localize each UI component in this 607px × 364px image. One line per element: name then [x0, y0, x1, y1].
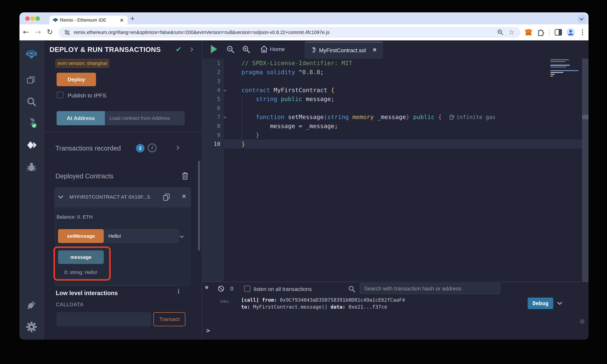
code-line-active[interactable]: 10} [202, 140, 589, 149]
line-number: 3 [202, 78, 224, 84]
extensions-icon[interactable] [537, 28, 544, 36]
panel-scrollbar[interactable] [198, 161, 200, 251]
debug-button[interactable]: Debug [528, 298, 553, 309]
home-tab[interactable]: Home [270, 46, 285, 52]
log-expand-icon[interactable] [557, 300, 562, 305]
maximize-window-button[interactable] [36, 16, 40, 21]
message-output: 0: string: Hello! [64, 270, 97, 275]
editor-scrollbar[interactable] [582, 59, 589, 282]
tab-close-icon[interactable]: × [120, 17, 123, 23]
code-text: contract MyFirstContract { [232, 87, 334, 93]
at-address-input[interactable] [105, 111, 185, 125]
terminal-collapse-icon[interactable] [206, 285, 208, 289]
deployed-contracts-title: Deployed Contracts [55, 172, 113, 180]
bookmark-star-icon[interactable]: ☆ [508, 28, 515, 36]
fold-icon[interactable] [224, 116, 226, 118]
file-tab[interactable]: MyFirstContract.sol × [305, 42, 383, 59]
metamask-icon[interactable] [525, 28, 532, 36]
plugin-manager-icon[interactable] [26, 300, 37, 310]
gas-pump-icon [450, 114, 455, 120]
sidebar-toggle-icon[interactable] [554, 29, 562, 36]
url-bar[interactable]: remix.ethereum.org/#lang=en&optimize=fal… [59, 27, 520, 38]
copy-address-icon[interactable] [162, 193, 171, 201]
calldata-label: CALLDATA [56, 301, 84, 308]
url-text[interactable]: remix.ethereum.org/#lang=en&optimize=fal… [74, 27, 330, 38]
settings-gear-icon[interactable] [26, 322, 37, 332]
browser-menu-icon[interactable] [582, 29, 583, 30]
zoom-in-icon[interactable] [242, 45, 251, 53]
code-line[interactable]: 8 message = _message; [202, 121, 589, 130]
forward-icon[interactable]: → [34, 27, 42, 37]
tab-search-icon[interactable] [578, 15, 586, 23]
profile-avatar[interactable] [567, 28, 575, 37]
file-explorer-icon[interactable] [26, 75, 37, 85]
code-text: function setMessage(string memory _messa… [232, 114, 442, 120]
code-text: } [232, 131, 259, 138]
gas-annotation-label: infinite gas [456, 114, 496, 120]
fold-icon[interactable] [224, 89, 226, 91]
code-line[interactable]: 7 function setMessage(string memory _mes… [202, 112, 589, 121]
set-message-expand-icon[interactable] [180, 234, 184, 238]
remove-contract-icon[interactable]: × [182, 193, 186, 200]
new-tab-button[interactable]: + [128, 14, 137, 23]
back-icon[interactable]: ← [22, 27, 30, 37]
transactions-info-icon[interactable]: i [148, 143, 156, 152]
at-address-button[interactable]: At Address [57, 111, 105, 125]
line-number: 8 [202, 123, 224, 129]
home-icon[interactable] [260, 45, 268, 53]
minimap[interactable] [550, 59, 582, 76]
code-line[interactable]: 2pragma solidity ^0.8.0; [202, 68, 589, 77]
call-type-badge: CALL [220, 299, 229, 303]
publish-ipfs-label[interactable]: Publish to IPFS [68, 92, 106, 99]
terminal-search-input[interactable] [360, 283, 500, 294]
set-message-button[interactable]: setMessage [58, 229, 104, 243]
minimize-window-button[interactable] [30, 16, 35, 21]
clear-console-icon[interactable] [217, 285, 225, 292]
low-level-info-icon[interactable]: i [178, 287, 179, 295]
zoom-icon[interactable] [497, 29, 504, 36]
code-line[interactable]: 9 } [202, 130, 589, 140]
run-script-icon[interactable] [210, 44, 218, 54]
file-tab-close-icon[interactable]: × [373, 46, 376, 53]
transact-button[interactable]: Transact [153, 312, 185, 326]
editor-scrollbar-thumb[interactable] [582, 115, 589, 119]
browser-tab[interactable]: Remix - Ethereum IDE × [50, 16, 128, 24]
search-icon[interactable] [26, 96, 37, 107]
code-line[interactable]: 6 [202, 104, 589, 113]
line-number: 1 [202, 60, 224, 66]
code-line[interactable]: 5 string public message; [202, 94, 589, 104]
line-number: 6 [202, 105, 224, 111]
code-line[interactable]: 3 [202, 77, 589, 86]
line-number: 2 [202, 69, 224, 75]
deploy-button[interactable]: Deploy [57, 73, 96, 86]
terminal-prompt[interactable]: > [206, 327, 210, 334]
reload-icon[interactable]: ↻ [46, 27, 54, 37]
site-settings-icon[interactable] [64, 29, 70, 36]
deploy-run-icon[interactable] [26, 140, 37, 150]
close-window-button[interactable] [25, 16, 30, 21]
terminal-scrollbar-thumb[interactable] [580, 319, 585, 324]
terminal-log-line: [call] from: 0x9Cf934043aD350758391b0D01… [241, 297, 405, 303]
listen-all-label[interactable]: listen on all transactions [254, 286, 312, 292]
code-text: } [232, 141, 245, 147]
contract-balance: Balance: 0. ETH [57, 214, 92, 220]
transactions-expand-icon[interactable] [175, 145, 179, 150]
remix-logo-icon[interactable] [26, 49, 37, 60]
panel-collapse-icon[interactable] [189, 47, 193, 52]
terminal: 0 listen on all transactions CALL [call]… [202, 282, 589, 340]
listen-all-checkbox[interactable] [244, 286, 251, 292]
code-line[interactable]: 4contract MyFirstContract { [202, 86, 589, 95]
solidity-compiler-icon[interactable] [26, 118, 37, 128]
clear-contracts-trash-icon[interactable] [181, 172, 189, 180]
gas-annotation: infinite gas [450, 114, 496, 120]
debugger-icon[interactable] [26, 162, 37, 172]
set-message-input[interactable] [104, 229, 179, 243]
solidity-file-icon [310, 47, 316, 54]
calldata-input[interactable] [57, 312, 151, 326]
contract-card-header[interactable]: MYFIRSTCONTRACT AT 0X10F...5 × [54, 187, 191, 208]
message-button[interactable]: message [58, 250, 104, 264]
zoom-out-icon[interactable] [226, 45, 235, 53]
contract-collapse-icon[interactable] [58, 193, 63, 198]
code-line[interactable]: 1// SPDX-License-Identifier: MIT [202, 59, 589, 68]
publish-ipfs-checkbox[interactable] [57, 92, 64, 98]
